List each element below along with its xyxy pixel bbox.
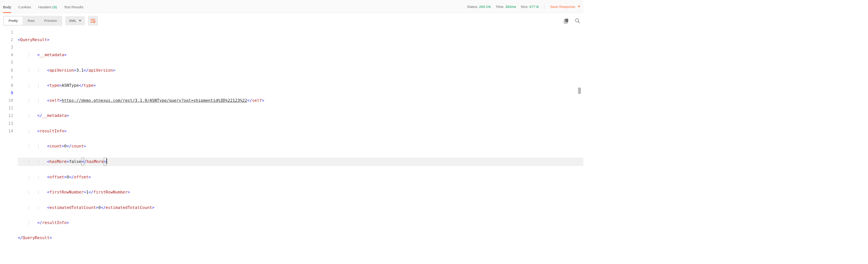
time-label: Time: bbox=[496, 5, 505, 9]
xml-tag: count bbox=[49, 144, 61, 149]
tab-headers-label: Headers bbox=[38, 5, 52, 9]
xml-tag: offset bbox=[49, 175, 64, 180]
xml-tag: type bbox=[84, 83, 94, 88]
line-number[interactable]: 8 bbox=[0, 81, 13, 89]
line-number[interactable]: 9 bbox=[0, 89, 13, 97]
xml-tag: __metadata bbox=[42, 113, 67, 118]
xml-link-value[interactable]: https://demo.gtnexus.com/rest/3.1.0/ASNT… bbox=[62, 98, 247, 103]
xml-tag: resultInfo bbox=[42, 220, 67, 225]
xml-tag: QueryResult bbox=[23, 235, 49, 240]
xml-tag: firstRowNumber bbox=[94, 190, 128, 195]
language-label: XML bbox=[69, 19, 76, 23]
response-header: Body Cookies Headers (9) Test Results St… bbox=[0, 0, 583, 13]
xml-tag: apiVersion bbox=[49, 68, 74, 72]
status-stat: Status: 200 OK bbox=[467, 5, 491, 9]
copy-icon[interactable] bbox=[564, 18, 569, 24]
divider bbox=[544, 3, 545, 9]
xml-tag: self bbox=[49, 98, 59, 103]
response-stats: Status: 200 OK Time: 382ms Size: 677 B S… bbox=[467, 3, 580, 9]
tab-headers[interactable]: Headers (9) bbox=[38, 1, 57, 12]
status-value: 200 OK bbox=[479, 5, 491, 9]
response-tabs: Body Cookies Headers (9) Test Results bbox=[3, 1, 83, 12]
xml-value: 3.1 bbox=[76, 68, 83, 72]
response-toolbar: Pretty Raw Preview XML bbox=[0, 13, 583, 28]
size-value: 677 B bbox=[529, 5, 539, 9]
xml-value: ASNType bbox=[62, 83, 79, 88]
line-number[interactable]: 2 bbox=[0, 36, 13, 43]
tab-body[interactable]: Body bbox=[3, 1, 11, 12]
xml-tag: __metadata bbox=[40, 52, 64, 57]
svg-rect-0 bbox=[565, 19, 568, 22]
tab-test-results[interactable]: Test Results bbox=[64, 1, 83, 12]
save-response-button[interactable]: Save Response bbox=[550, 5, 580, 9]
code-view[interactable]: <QueryResult> | <__metadata> | | <apiVer… bbox=[18, 28, 583, 264]
view-pretty-button[interactable]: Pretty bbox=[4, 17, 23, 25]
line-number[interactable]: 13 bbox=[0, 120, 13, 127]
line-number[interactable]: 1 bbox=[0, 28, 13, 36]
xml-tag: QueryResult bbox=[20, 37, 47, 42]
line-number[interactable]: 5 bbox=[0, 59, 13, 66]
view-preview-button[interactable]: Preview bbox=[40, 17, 61, 25]
scrollbar-thumb[interactable] bbox=[578, 88, 581, 94]
view-raw-button[interactable]: Raw bbox=[23, 17, 39, 25]
line-number[interactable]: 14 bbox=[0, 127, 13, 135]
line-number[interactable]: 11 bbox=[0, 104, 13, 112]
text-caret bbox=[106, 158, 107, 164]
search-icon[interactable] bbox=[575, 18, 580, 24]
status-label: Status: bbox=[467, 5, 478, 9]
line-gutter: 1 2 3 4 5 6 7 8 9 10 11 12 13 14 bbox=[0, 28, 18, 264]
line-number[interactable]: 10 bbox=[0, 97, 13, 104]
language-dropdown[interactable]: XML bbox=[66, 16, 85, 25]
line-number[interactable]: 4 bbox=[0, 51, 13, 59]
xml-tag: type bbox=[49, 83, 59, 88]
line-number[interactable]: 7 bbox=[0, 74, 13, 81]
xml-tag: estimatedTotalCount bbox=[106, 205, 152, 210]
xml-tag: hasMore bbox=[49, 159, 66, 164]
tab-cookies[interactable]: Cookies bbox=[18, 1, 31, 12]
wrap-lines-button[interactable] bbox=[88, 16, 98, 26]
wrap-icon bbox=[90, 18, 95, 23]
response-body: 1 2 3 4 5 6 7 8 9 10 11 12 13 14 <QueryR… bbox=[0, 28, 583, 264]
line-number[interactable]: 12 bbox=[0, 112, 13, 120]
xml-tag: estimatedTotalCount bbox=[49, 205, 96, 210]
xml-tag: offset bbox=[74, 175, 89, 180]
size-stat: Size: 677 B bbox=[521, 5, 539, 9]
save-response-label: Save Response bbox=[550, 5, 575, 9]
xml-tag: count bbox=[71, 144, 83, 149]
xml-tag: self bbox=[252, 98, 262, 103]
size-label: Size: bbox=[521, 5, 529, 9]
line-number[interactable]: 3 bbox=[0, 44, 13, 51]
xml-tag: hasMore bbox=[87, 159, 104, 164]
chevron-down-icon bbox=[578, 6, 580, 7]
xml-tag: apiVersion bbox=[89, 68, 113, 72]
time-stat: Time: 382ms bbox=[496, 5, 516, 9]
xml-value: false bbox=[69, 159, 81, 164]
line-number[interactable]: 6 bbox=[0, 66, 13, 74]
view-mode-group: Pretty Raw Preview bbox=[3, 16, 63, 26]
chevron-down-icon bbox=[79, 20, 81, 21]
xml-tag: firstRowNumber bbox=[49, 190, 84, 195]
tab-headers-count: (9) bbox=[52, 5, 57, 9]
time-value: 382ms bbox=[505, 5, 516, 9]
toolbar-right bbox=[564, 18, 580, 24]
xml-tag: resultInfo bbox=[40, 129, 64, 134]
